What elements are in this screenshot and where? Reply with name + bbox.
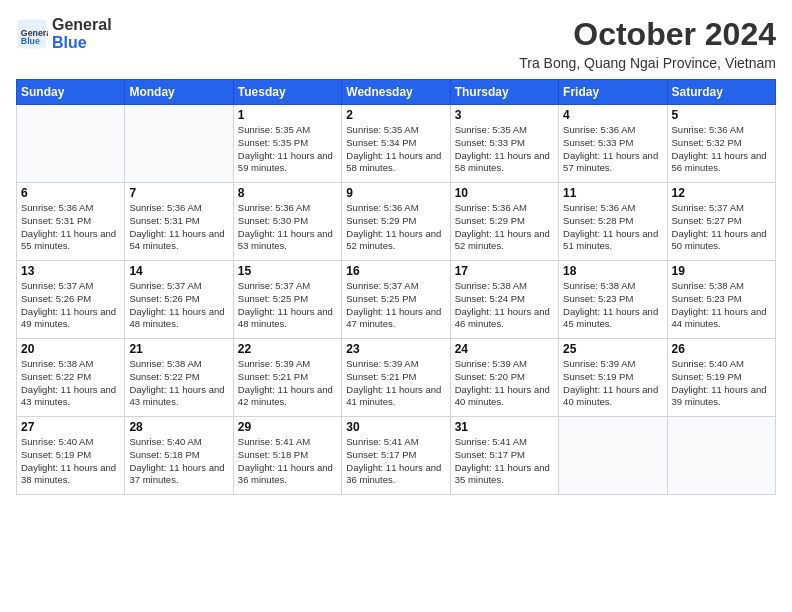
weekday-header-friday: Friday (559, 80, 667, 105)
day-number: 15 (238, 264, 337, 278)
day-cell: 6Sunrise: 5:36 AMSunset: 5:31 PMDaylight… (17, 183, 125, 261)
day-number: 12 (672, 186, 771, 200)
day-cell: 24Sunrise: 5:39 AMSunset: 5:20 PMDayligh… (450, 339, 558, 417)
day-info: Sunrise: 5:36 AMSunset: 5:28 PMDaylight:… (563, 202, 662, 253)
day-cell: 2Sunrise: 5:35 AMSunset: 5:34 PMDaylight… (342, 105, 450, 183)
day-number: 20 (21, 342, 120, 356)
day-info: Sunrise: 5:41 AMSunset: 5:17 PMDaylight:… (455, 436, 554, 487)
day-number: 23 (346, 342, 445, 356)
day-info: Sunrise: 5:39 AMSunset: 5:21 PMDaylight:… (346, 358, 445, 409)
day-cell: 12Sunrise: 5:37 AMSunset: 5:27 PMDayligh… (667, 183, 775, 261)
day-info: Sunrise: 5:37 AMSunset: 5:27 PMDaylight:… (672, 202, 771, 253)
day-number: 5 (672, 108, 771, 122)
day-cell: 7Sunrise: 5:36 AMSunset: 5:31 PMDaylight… (125, 183, 233, 261)
week-row-5: 27Sunrise: 5:40 AMSunset: 5:19 PMDayligh… (17, 417, 776, 495)
day-number: 11 (563, 186, 662, 200)
day-cell: 5Sunrise: 5:36 AMSunset: 5:32 PMDaylight… (667, 105, 775, 183)
day-number: 13 (21, 264, 120, 278)
day-cell: 20Sunrise: 5:38 AMSunset: 5:22 PMDayligh… (17, 339, 125, 417)
day-cell: 10Sunrise: 5:36 AMSunset: 5:29 PMDayligh… (450, 183, 558, 261)
day-info: Sunrise: 5:37 AMSunset: 5:26 PMDaylight:… (129, 280, 228, 331)
day-info: Sunrise: 5:41 AMSunset: 5:18 PMDaylight:… (238, 436, 337, 487)
day-cell: 9Sunrise: 5:36 AMSunset: 5:29 PMDaylight… (342, 183, 450, 261)
day-cell: 23Sunrise: 5:39 AMSunset: 5:21 PMDayligh… (342, 339, 450, 417)
day-cell (559, 417, 667, 495)
day-info: Sunrise: 5:36 AMSunset: 5:31 PMDaylight:… (129, 202, 228, 253)
weekday-header-saturday: Saturday (667, 80, 775, 105)
day-cell: 18Sunrise: 5:38 AMSunset: 5:23 PMDayligh… (559, 261, 667, 339)
day-info: Sunrise: 5:40 AMSunset: 5:18 PMDaylight:… (129, 436, 228, 487)
day-info: Sunrise: 5:36 AMSunset: 5:29 PMDaylight:… (346, 202, 445, 253)
day-number: 30 (346, 420, 445, 434)
day-cell: 11Sunrise: 5:36 AMSunset: 5:28 PMDayligh… (559, 183, 667, 261)
day-info: Sunrise: 5:38 AMSunset: 5:23 PMDaylight:… (563, 280, 662, 331)
day-cell (125, 105, 233, 183)
day-number: 22 (238, 342, 337, 356)
day-info: Sunrise: 5:38 AMSunset: 5:22 PMDaylight:… (21, 358, 120, 409)
day-number: 4 (563, 108, 662, 122)
day-number: 3 (455, 108, 554, 122)
day-info: Sunrise: 5:35 AMSunset: 5:33 PMDaylight:… (455, 124, 554, 175)
day-cell: 26Sunrise: 5:40 AMSunset: 5:19 PMDayligh… (667, 339, 775, 417)
day-number: 29 (238, 420, 337, 434)
day-cell: 27Sunrise: 5:40 AMSunset: 5:19 PMDayligh… (17, 417, 125, 495)
day-cell (667, 417, 775, 495)
day-info: Sunrise: 5:38 AMSunset: 5:23 PMDaylight:… (672, 280, 771, 331)
day-info: Sunrise: 5:35 AMSunset: 5:35 PMDaylight:… (238, 124, 337, 175)
day-number: 8 (238, 186, 337, 200)
day-cell: 28Sunrise: 5:40 AMSunset: 5:18 PMDayligh… (125, 417, 233, 495)
day-info: Sunrise: 5:37 AMSunset: 5:25 PMDaylight:… (238, 280, 337, 331)
location-subtitle: Tra Bong, Quang Ngai Province, Vietnam (519, 55, 776, 71)
day-info: Sunrise: 5:39 AMSunset: 5:19 PMDaylight:… (563, 358, 662, 409)
day-cell: 13Sunrise: 5:37 AMSunset: 5:26 PMDayligh… (17, 261, 125, 339)
day-number: 14 (129, 264, 228, 278)
day-number: 1 (238, 108, 337, 122)
calendar-table: SundayMondayTuesdayWednesdayThursdayFrid… (16, 79, 776, 495)
day-info: Sunrise: 5:38 AMSunset: 5:24 PMDaylight:… (455, 280, 554, 331)
day-info: Sunrise: 5:40 AMSunset: 5:19 PMDaylight:… (672, 358, 771, 409)
logo-text: General Blue (52, 16, 112, 51)
day-cell: 31Sunrise: 5:41 AMSunset: 5:17 PMDayligh… (450, 417, 558, 495)
week-row-4: 20Sunrise: 5:38 AMSunset: 5:22 PMDayligh… (17, 339, 776, 417)
day-info: Sunrise: 5:36 AMSunset: 5:33 PMDaylight:… (563, 124, 662, 175)
day-number: 16 (346, 264, 445, 278)
weekday-header-row: SundayMondayTuesdayWednesdayThursdayFrid… (17, 80, 776, 105)
day-info: Sunrise: 5:41 AMSunset: 5:17 PMDaylight:… (346, 436, 445, 487)
day-info: Sunrise: 5:35 AMSunset: 5:34 PMDaylight:… (346, 124, 445, 175)
logo: General Blue General Blue (16, 16, 112, 51)
day-number: 27 (21, 420, 120, 434)
weekday-header-thursday: Thursday (450, 80, 558, 105)
day-cell: 29Sunrise: 5:41 AMSunset: 5:18 PMDayligh… (233, 417, 341, 495)
day-info: Sunrise: 5:37 AMSunset: 5:26 PMDaylight:… (21, 280, 120, 331)
day-number: 6 (21, 186, 120, 200)
day-number: 9 (346, 186, 445, 200)
day-cell: 16Sunrise: 5:37 AMSunset: 5:25 PMDayligh… (342, 261, 450, 339)
day-number: 17 (455, 264, 554, 278)
weekday-header-monday: Monday (125, 80, 233, 105)
day-cell: 30Sunrise: 5:41 AMSunset: 5:17 PMDayligh… (342, 417, 450, 495)
day-cell: 14Sunrise: 5:37 AMSunset: 5:26 PMDayligh… (125, 261, 233, 339)
day-number: 24 (455, 342, 554, 356)
day-info: Sunrise: 5:37 AMSunset: 5:25 PMDaylight:… (346, 280, 445, 331)
day-info: Sunrise: 5:39 AMSunset: 5:21 PMDaylight:… (238, 358, 337, 409)
day-number: 25 (563, 342, 662, 356)
day-info: Sunrise: 5:36 AMSunset: 5:32 PMDaylight:… (672, 124, 771, 175)
day-cell: 15Sunrise: 5:37 AMSunset: 5:25 PMDayligh… (233, 261, 341, 339)
day-cell: 1Sunrise: 5:35 AMSunset: 5:35 PMDaylight… (233, 105, 341, 183)
weekday-header-wednesday: Wednesday (342, 80, 450, 105)
day-info: Sunrise: 5:36 AMSunset: 5:30 PMDaylight:… (238, 202, 337, 253)
day-cell: 25Sunrise: 5:39 AMSunset: 5:19 PMDayligh… (559, 339, 667, 417)
day-number: 31 (455, 420, 554, 434)
day-cell: 21Sunrise: 5:38 AMSunset: 5:22 PMDayligh… (125, 339, 233, 417)
day-number: 19 (672, 264, 771, 278)
week-row-1: 1Sunrise: 5:35 AMSunset: 5:35 PMDaylight… (17, 105, 776, 183)
svg-text:Blue: Blue (21, 36, 40, 46)
day-number: 7 (129, 186, 228, 200)
day-cell (17, 105, 125, 183)
weekday-header-tuesday: Tuesday (233, 80, 341, 105)
week-row-2: 6Sunrise: 5:36 AMSunset: 5:31 PMDaylight… (17, 183, 776, 261)
page-header: General Blue General Blue October 2024 T… (16, 16, 776, 71)
day-cell: 8Sunrise: 5:36 AMSunset: 5:30 PMDaylight… (233, 183, 341, 261)
week-row-3: 13Sunrise: 5:37 AMSunset: 5:26 PMDayligh… (17, 261, 776, 339)
day-info: Sunrise: 5:36 AMSunset: 5:31 PMDaylight:… (21, 202, 120, 253)
